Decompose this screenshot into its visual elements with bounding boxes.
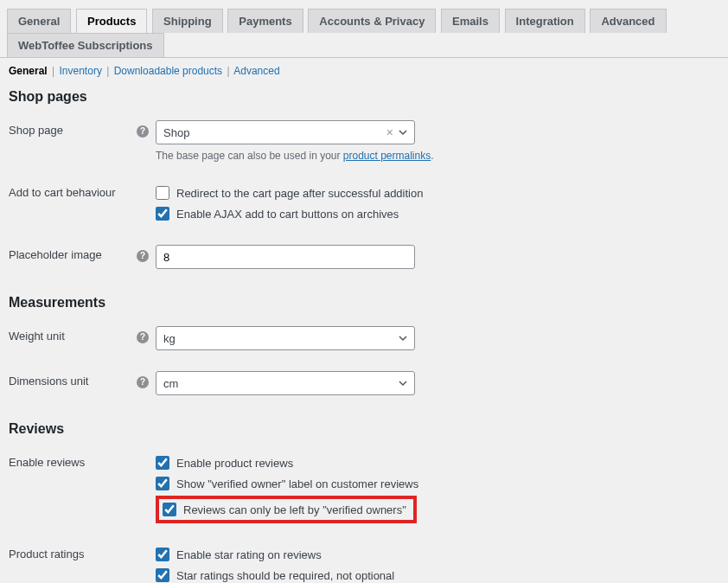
chevron-down-icon	[399, 377, 407, 390]
weight-unit-select[interactable]: kg	[156, 326, 415, 350]
clear-icon[interactable]: ×	[386, 125, 393, 139]
ajax-checkbox-row[interactable]: Enable AJAX add to cart buttons on archi…	[156, 203, 711, 224]
highlighted-option: Reviews can only be left by "verified ow…	[156, 496, 417, 523]
settings-content: Shop pages Shop page ? Shop × The base p…	[0, 89, 728, 583]
shop-page-value: Shop	[163, 126, 386, 139]
redirect-checkbox-row[interactable]: Redirect to the cart page after successf…	[156, 183, 711, 203]
star-required-row[interactable]: Star ratings should be required, not opt…	[156, 565, 711, 583]
verified-only-row[interactable]: Reviews can only be left by "verified ow…	[163, 503, 406, 516]
verified-owner-label-checkbox[interactable]	[156, 477, 169, 490]
tab-products[interactable]: Products	[76, 9, 147, 34]
placeholder-image-input[interactable]	[156, 245, 415, 269]
ajax-label: Enable AJAX add to cart buttons on archi…	[176, 208, 399, 221]
star-required-checkbox[interactable]	[156, 568, 169, 582]
star-rating-checkbox[interactable]	[156, 548, 169, 561]
subnav-downloadable[interactable]: Downloadable products	[114, 65, 222, 77]
label-enable-reviews: Enable reviews	[9, 442, 156, 534]
help-icon[interactable]: ?	[137, 376, 149, 388]
label-product-ratings: Product ratings	[9, 534, 156, 583]
star-required-label: Star ratings should be required, not opt…	[176, 569, 394, 582]
label-dimensions-unit: Dimensions unit ?	[9, 361, 156, 406]
tab-webtoffee[interactable]: WebToffee Subscriptions	[7, 33, 164, 57]
product-permalinks-link[interactable]: product permalinks	[343, 150, 431, 162]
main-tabs: General Products Shipping Payments Accou…	[0, 0, 728, 58]
tab-payments[interactable]: Payments	[227, 9, 303, 33]
tab-general[interactable]: General	[7, 9, 71, 33]
ajax-checkbox[interactable]	[156, 207, 169, 221]
star-rating-row[interactable]: Enable star rating on reviews	[156, 544, 711, 565]
tab-accounts[interactable]: Accounts & Privacy	[308, 9, 436, 33]
redirect-checkbox[interactable]	[156, 186, 169, 200]
section-measurements: Measurements	[9, 295, 719, 311]
verified-only-label: Reviews can only be left by "verified ow…	[183, 503, 406, 516]
label-placeholder-image: Placeholder image ?	[9, 234, 156, 279]
sub-nav: General | Inventory | Downloadable produ…	[0, 58, 728, 84]
subnav-advanced[interactable]: Advanced	[233, 65, 279, 77]
tab-shipping[interactable]: Shipping	[152, 9, 223, 33]
verified-owner-label-row[interactable]: Show "verified owner" label on customer …	[156, 473, 711, 494]
help-icon[interactable]: ?	[137, 125, 149, 138]
tab-emails[interactable]: Emails	[441, 9, 500, 33]
dimensions-unit-select[interactable]: cm	[156, 371, 415, 395]
shop-page-desc: The base page can also be used in your p…	[156, 150, 711, 162]
enable-reviews-label: Enable product reviews	[176, 457, 293, 470]
tab-advanced[interactable]: Advanced	[590, 9, 666, 33]
label-weight-unit: Weight unit ?	[9, 316, 156, 361]
section-reviews: Reviews	[9, 421, 719, 437]
star-rating-label: Enable star rating on reviews	[176, 548, 322, 561]
help-icon[interactable]: ?	[137, 250, 149, 262]
help-icon[interactable]: ?	[137, 331, 149, 343]
tab-integration[interactable]: Integration	[505, 9, 585, 33]
section-shop-pages: Shop pages	[9, 89, 719, 105]
weight-unit-value: kg	[163, 332, 176, 345]
enable-reviews-checkbox[interactable]	[156, 456, 169, 470]
verified-only-checkbox[interactable]	[163, 503, 176, 516]
redirect-label: Redirect to the cart page after successf…	[176, 187, 423, 200]
chevron-down-icon	[399, 126, 407, 139]
enable-reviews-row[interactable]: Enable product reviews	[156, 452, 711, 473]
subnav-inventory[interactable]: Inventory	[60, 65, 102, 77]
dimensions-unit-value: cm	[163, 377, 178, 390]
verified-owner-label-text: Show "verified owner" label on customer …	[176, 477, 418, 490]
shop-page-select[interactable]: Shop ×	[156, 120, 415, 144]
subnav-general[interactable]: General	[9, 65, 48, 77]
label-add-to-cart: Add to cart behaviour	[9, 172, 156, 234]
chevron-down-icon	[399, 332, 407, 345]
label-shop-page: Shop page ?	[9, 110, 156, 172]
